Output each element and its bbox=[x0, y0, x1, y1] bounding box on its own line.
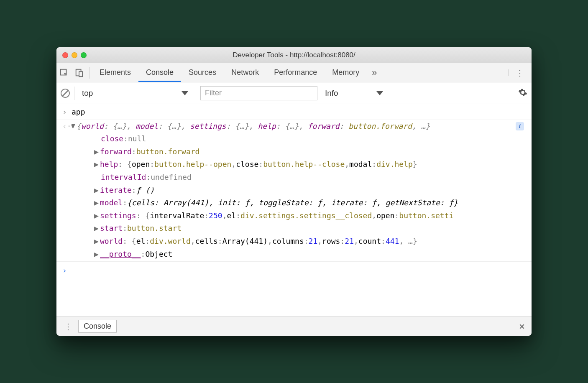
object-tree: close: null ▶forward: button.forward ▶he… bbox=[72, 133, 526, 260]
prop-key: world bbox=[100, 235, 123, 248]
prop-value: button.start bbox=[127, 222, 182, 235]
prop-value: ƒ () bbox=[136, 184, 154, 197]
tab-network[interactable]: Network bbox=[224, 63, 266, 82]
prop-value: null bbox=[128, 133, 146, 146]
traffic-lights bbox=[56, 52, 87, 58]
prop-close[interactable]: close: null bbox=[89, 133, 526, 146]
caret-right-icon[interactable]: ▶ bbox=[94, 184, 100, 197]
console-body: › app ‹· ▼ {world: {…}, model: {…}, sett… bbox=[56, 104, 532, 317]
drawer-footer: ⋮ Console × bbox=[56, 317, 532, 336]
level-label: Info bbox=[325, 89, 338, 98]
window-title: Developer Tools - http://localhost:8080/ bbox=[56, 51, 532, 59]
prop-proto[interactable]: ▶__proto__: Object bbox=[89, 248, 526, 261]
prop-help[interactable]: ▶help: {open: button.help--open, close: … bbox=[89, 158, 526, 171]
filter-input[interactable] bbox=[200, 86, 317, 100]
prop-key: settings bbox=[100, 209, 136, 222]
chevron-down-icon bbox=[376, 91, 383, 95]
settings-menu-icon[interactable]: ⋮ bbox=[512, 68, 527, 78]
prop-settings[interactable]: ▶settings: {intervalRate: 250, el: div.s… bbox=[89, 209, 526, 222]
tab-memory[interactable]: Memory bbox=[325, 63, 367, 82]
prop-key: model bbox=[100, 197, 123, 209]
device-toolbar-icon[interactable] bbox=[72, 68, 87, 77]
caret-right-icon[interactable]: ▶ bbox=[94, 146, 100, 158]
prop-value: button.forward bbox=[136, 146, 200, 158]
main-toolbar: Elements Console Sources Network Perform… bbox=[56, 63, 532, 82]
drawer-menu-icon[interactable]: ⋮ bbox=[61, 322, 76, 332]
prop-key: __proto__ bbox=[100, 248, 141, 261]
caret-right-icon[interactable]: ▶ bbox=[94, 197, 100, 209]
prop-key: close bbox=[101, 133, 123, 146]
prop-value: undefined bbox=[151, 171, 192, 184]
prop-key: forward bbox=[100, 146, 132, 158]
divider bbox=[196, 87, 196, 100]
tabs-overflow[interactable]: » bbox=[367, 67, 382, 78]
tab-console[interactable]: Console bbox=[138, 63, 181, 82]
console-output: ▼ {world: {…}, model: {…}, settings: {…}… bbox=[72, 120, 526, 261]
window-minimize-button[interactable] bbox=[72, 52, 77, 58]
caret-right-icon[interactable]: ▶ bbox=[94, 248, 100, 261]
tab-elements[interactable]: Elements bbox=[92, 63, 138, 82]
chevron-down-icon bbox=[182, 91, 188, 95]
console-output-row: ‹· ▼ {world: {…}, model: {…}, settings: … bbox=[56, 120, 532, 262]
execution-context-select[interactable]: top bbox=[79, 89, 192, 98]
prompt-chevron-icon: › bbox=[62, 264, 72, 277]
drawer-tab-console[interactable]: Console bbox=[78, 320, 117, 333]
prop-iterate[interactable]: ▶iterate: ƒ () bbox=[89, 184, 526, 197]
console-filterbar: top Info bbox=[56, 82, 532, 104]
object-summary-row[interactable]: ▼ {world: {…}, model: {…}, settings: {…}… bbox=[72, 120, 526, 133]
devtools-window: Developer Tools - http://localhost:8080/… bbox=[56, 47, 532, 336]
log-level-select[interactable]: Info bbox=[322, 89, 386, 98]
input-chevron-icon: › bbox=[62, 106, 72, 119]
prop-model[interactable]: ▶model: {cells: Array(441), init: ƒ, tog… bbox=[89, 197, 526, 209]
caret-right-icon[interactable]: ▶ bbox=[94, 158, 100, 171]
tab-sources[interactable]: Sources bbox=[181, 63, 224, 82]
context-label: top bbox=[82, 89, 93, 98]
drawer-close-icon[interactable]: × bbox=[516, 321, 527, 332]
prop-world[interactable]: ▶world: {el: div.world, cells: Array(441… bbox=[89, 235, 526, 248]
console-prompt-row[interactable]: › bbox=[56, 262, 532, 277]
prop-start[interactable]: ▶start: button.start bbox=[89, 222, 526, 235]
caret-right-icon[interactable]: ▶ bbox=[94, 209, 100, 222]
caret-right-icon[interactable]: ▶ bbox=[94, 222, 100, 235]
inspect-element-icon[interactable] bbox=[56, 68, 72, 77]
prop-key: intervalId bbox=[101, 171, 146, 184]
panel-tabs: Elements Console Sources Network Perform… bbox=[92, 63, 382, 82]
window-zoom-button[interactable] bbox=[81, 52, 87, 58]
expand-toggle-icon[interactable]: ▼ bbox=[72, 120, 77, 133]
prop-intervalid[interactable]: intervalId: undefined bbox=[89, 171, 526, 184]
console-input-row[interactable]: › app bbox=[56, 106, 532, 120]
console-input-text: app bbox=[72, 106, 526, 119]
svg-rect-2 bbox=[79, 71, 82, 77]
output-chevron-icon: ‹· bbox=[62, 120, 72, 133]
prop-key: iterate bbox=[100, 184, 132, 197]
tab-performance[interactable]: Performance bbox=[266, 63, 325, 82]
prop-forward[interactable]: ▶forward: button.forward bbox=[89, 146, 526, 158]
prop-value: Object bbox=[145, 248, 172, 261]
window-close-button[interactable] bbox=[62, 52, 68, 58]
toolbar-divider bbox=[89, 67, 89, 79]
caret-right-icon[interactable]: ▶ bbox=[94, 235, 100, 248]
prop-key: help bbox=[100, 158, 118, 171]
clear-console-icon[interactable] bbox=[61, 89, 70, 98]
divider bbox=[74, 87, 74, 100]
console-settings-icon[interactable] bbox=[518, 88, 527, 99]
prop-key: start bbox=[100, 222, 123, 235]
titlebar: Developer Tools - http://localhost:8080/ bbox=[56, 47, 532, 63]
object-summary: {world: {…}, model: {…}, settings: {…}, … bbox=[77, 120, 430, 133]
info-badge-icon[interactable]: i bbox=[516, 122, 524, 130]
